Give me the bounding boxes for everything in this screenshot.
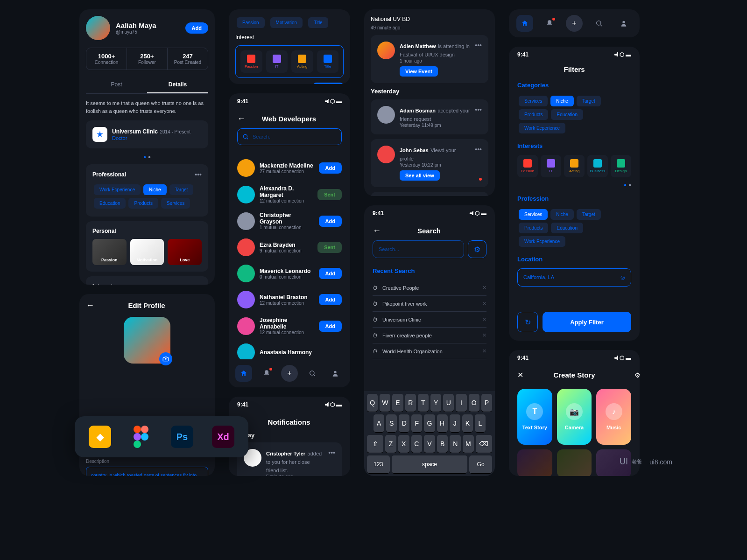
key[interactable]: X <box>398 435 409 453</box>
interest-chip[interactable]: IT <box>266 50 288 73</box>
recent-item[interactable]: Fiverr creative people <box>382 333 478 338</box>
personal-card[interactable]: Motivation <box>130 239 164 265</box>
key[interactable]: H <box>437 414 448 432</box>
more-icon[interactable]: ••• <box>195 171 202 178</box>
nav-search[interactable] <box>591 15 607 32</box>
interest-chip[interactable]: Design <box>611 155 631 177</box>
tag[interactable]: Services <box>161 198 190 209</box>
description-field[interactable]: country, in which roasted parts of sente… <box>86 467 208 476</box>
key[interactable]: L <box>475 414 486 432</box>
interest-chip[interactable]: IT <box>541 155 561 177</box>
space-key[interactable]: space <box>392 455 468 473</box>
nav-notifications[interactable] <box>258 365 275 382</box>
key[interactable]: Q <box>367 394 378 412</box>
nav-search[interactable] <box>304 365 321 382</box>
close-icon[interactable]: ✕ <box>517 371 523 379</box>
key[interactable]: C <box>411 435 423 453</box>
personal-card[interactable]: Love <box>168 239 202 265</box>
key[interactable]: Y <box>430 394 441 412</box>
key[interactable]: B <box>437 435 448 453</box>
tag[interactable]: Products <box>519 223 548 233</box>
key[interactable]: R <box>405 394 416 412</box>
tag[interactable]: Target <box>169 184 194 195</box>
interest-chip[interactable]: Title <box>317 50 339 73</box>
story-thumb[interactable] <box>557 449 592 476</box>
sent-button[interactable]: Sent <box>317 189 342 200</box>
nav-home[interactable] <box>235 365 252 382</box>
nav-home[interactable] <box>516 15 533 32</box>
tab-post[interactable]: Post <box>86 77 147 93</box>
num-key[interactable]: 123 <box>367 455 390 473</box>
tag[interactable]: Products <box>128 198 158 209</box>
key[interactable]: D <box>399 414 409 432</box>
add-button[interactable]: Add <box>319 216 342 227</box>
nav-profile[interactable] <box>615 15 632 32</box>
search-input[interactable]: Search.. <box>237 128 342 145</box>
interest-chip[interactable]: Passion <box>240 50 262 73</box>
more-icon[interactable]: ••• <box>195 283 202 285</box>
story-card[interactable]: TText Story <box>517 389 552 445</box>
remove-icon[interactable]: ✕ <box>482 301 486 307</box>
key[interactable]: W <box>380 394 390 412</box>
search-input[interactable]: Search... <box>373 240 464 258</box>
tag[interactable]: Services <box>519 96 548 106</box>
key[interactable]: N <box>450 435 461 453</box>
more-icon[interactable]: ••• <box>328 449 335 456</box>
key[interactable]: U <box>443 394 454 412</box>
add-button[interactable]: Add <box>319 268 342 279</box>
story-card[interactable]: ♪Music <box>596 389 631 445</box>
key[interactable]: Z <box>385 435 396 453</box>
backspace-key[interactable]: ⌫ <box>476 435 492 453</box>
key[interactable]: P <box>481 394 492 412</box>
key[interactable]: I <box>456 394 466 412</box>
more-icon[interactable]: ••• <box>475 106 482 113</box>
chip[interactable]: Motivation <box>270 17 303 28</box>
more-icon[interactable]: ••• <box>475 42 482 49</box>
tag[interactable]: Target <box>577 96 601 106</box>
recent-item[interactable]: Creative People <box>382 285 478 291</box>
key[interactable]: T <box>418 394 429 412</box>
recent-item[interactable]: Universum Clinic <box>382 317 478 322</box>
tab-details[interactable]: Details <box>147 77 208 93</box>
key[interactable]: S <box>386 414 397 432</box>
story-card[interactable]: 📷Camera <box>557 389 592 445</box>
tag[interactable]: Work Ecperience <box>519 236 565 247</box>
tag[interactable]: Target <box>577 209 601 220</box>
interest-chip[interactable]: Acting <box>564 155 585 177</box>
camera-icon[interactable] <box>159 352 172 365</box>
interest-chip[interactable]: Business <box>587 155 608 177</box>
tag[interactable]: Education <box>551 223 583 233</box>
key[interactable]: F <box>411 414 422 432</box>
key[interactable]: M <box>463 435 474 453</box>
more-icon[interactable]: ••• <box>475 146 482 153</box>
filter-icon[interactable]: ⚙ <box>468 240 486 258</box>
key[interactable]: V <box>424 435 435 453</box>
tag[interactable]: Education <box>551 109 583 120</box>
add-button[interactable]: Add <box>319 294 342 305</box>
location-field[interactable]: California, LA◎ <box>517 268 631 287</box>
personal-card[interactable]: Passion <box>92 239 127 265</box>
reset-button[interactable]: ↻ <box>517 312 538 332</box>
interest-chip[interactable]: Passion <box>517 155 538 177</box>
tag[interactable]: Niche <box>143 184 167 195</box>
back-icon[interactable]: ← <box>237 114 246 124</box>
action-button[interactable]: See all view <box>400 170 440 181</box>
remove-icon[interactable]: ✕ <box>482 285 486 291</box>
interest-chip[interactable]: Acting <box>291 50 313 73</box>
recent-item[interactable]: Pikopoint fiver work <box>382 301 478 307</box>
tag[interactable]: Work Ecperience <box>519 123 565 133</box>
recent-item[interactable]: World Health Organization <box>382 349 478 354</box>
story-thumb[interactable] <box>517 449 552 476</box>
key[interactable]: J <box>450 414 460 432</box>
tag[interactable]: Services <box>519 209 548 220</box>
remove-icon[interactable]: ✕ <box>482 316 486 322</box>
add-button[interactable]: Add <box>185 22 208 34</box>
nav-notifications[interactable] <box>541 15 558 32</box>
nav-add[interactable]: + <box>566 15 583 32</box>
remove-icon[interactable]: ✕ <box>482 348 486 354</box>
nav-add[interactable]: + <box>281 365 298 382</box>
add-button[interactable]: Add <box>319 162 342 174</box>
key[interactable]: K <box>462 414 473 432</box>
apply-filter-button[interactable]: Apply Filter <box>543 312 631 332</box>
save-button[interactable]: Save <box>313 83 344 84</box>
